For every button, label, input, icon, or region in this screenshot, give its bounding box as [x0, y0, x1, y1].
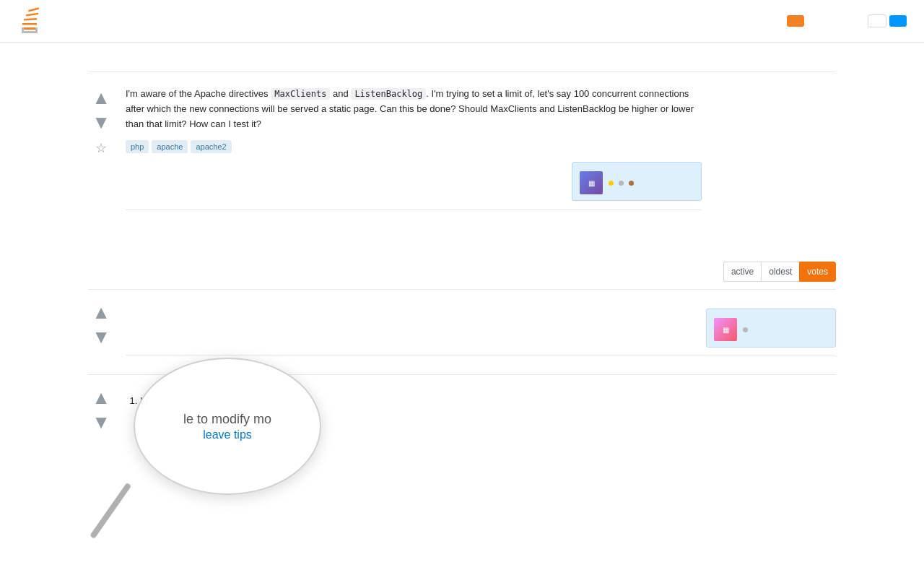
- code-maxclients: MaxClients: [271, 88, 330, 100]
- answer-1-comments: [126, 355, 836, 360]
- answer-1-avatar: ▦: [714, 318, 737, 341]
- nav-unanswered[interactable]: [868, 14, 886, 27]
- svg-rect-0: [22, 27, 38, 30]
- answer-2-body: In: [126, 387, 836, 433]
- stat-asked: [713, 87, 836, 98]
- answer-1-downvote[interactable]: ▼: [90, 326, 112, 348]
- comment-1: [126, 215, 702, 233]
- code-listenbacklog: ListenBacklog: [351, 88, 426, 100]
- question-sidebar: [713, 87, 836, 244]
- answer-1-footer: ▦: [126, 309, 836, 348]
- user-rep: [607, 178, 635, 187]
- answer-2-list: In: [140, 394, 836, 409]
- svg-rect-7: [26, 13, 38, 17]
- sort-active[interactable]: active: [723, 262, 761, 282]
- question-body-col: I'm aware of the Apache directives MaxCl…: [126, 87, 702, 244]
- answer-2-layout: ▲ ▼ In: [88, 387, 836, 433]
- answer-2-vote-col: ▲ ▼: [88, 387, 114, 433]
- gold-dot: [609, 181, 614, 186]
- nav-questions[interactable]: [787, 15, 804, 27]
- bookmark-button[interactable]: ☆: [95, 140, 107, 156]
- question-comments: [126, 210, 702, 244]
- answer-1-user-info: ▦: [714, 318, 828, 341]
- nav-badges[interactable]: [847, 15, 865, 27]
- answer-1-rep: [741, 325, 749, 334]
- answers-header: active oldest votes: [88, 262, 836, 290]
- user-info: ▦: [580, 171, 694, 194]
- question-user-card: ▦: [572, 162, 702, 201]
- nav-tags[interactable]: [807, 15, 824, 27]
- stat-viewed: [713, 102, 836, 113]
- svg-rect-5: [22, 23, 37, 25]
- answer-2-downvote[interactable]: ▼: [90, 411, 112, 433]
- svg-rect-4: [23, 31, 36, 33]
- sort-oldest[interactable]: oldest: [761, 262, 799, 282]
- answer-2-list-code: [148, 395, 155, 407]
- tag-php[interactable]: php: [126, 140, 149, 153]
- answer-1-body: ▦: [126, 301, 836, 360]
- tag-apache[interactable]: apache: [152, 140, 188, 153]
- answer-2-upvote[interactable]: ▲: [90, 387, 112, 408]
- logo-icon: [17, 7, 42, 35]
- nav-users[interactable]: [827, 15, 845, 27]
- answer-1: ▲ ▼: [88, 301, 836, 375]
- stat-active: [713, 117, 836, 128]
- bronze-dot: [629, 181, 634, 186]
- main-container: ▲ ▼ ☆ I'm aware of the Apache directives…: [65, 43, 859, 447]
- svg-rect-8: [28, 7, 39, 12]
- question-tags: php apache apache2: [126, 140, 702, 153]
- question-title: [88, 60, 836, 72]
- question-vote-col: ▲ ▼ ☆: [88, 87, 114, 244]
- answer-1-vote-col: ▲ ▼: [88, 301, 114, 360]
- question-body: I'm aware of the Apache directives MaxCl…: [126, 87, 702, 131]
- avatar: ▦: [580, 171, 603, 194]
- svg-rect-6: [24, 18, 37, 20]
- sort-tabs: active oldest votes: [723, 262, 836, 282]
- main-nav: [787, 14, 907, 27]
- tag-apache2[interactable]: apache2: [191, 140, 231, 153]
- question-area: ▲ ▼ ☆ I'm aware of the Apache directives…: [88, 87, 836, 244]
- silver-dot: [619, 181, 624, 186]
- logo[interactable]: [17, 7, 48, 35]
- nav-ask[interactable]: [889, 15, 907, 27]
- answer-1-user-card: ▦: [706, 309, 836, 348]
- downvote-button[interactable]: ▼: [90, 111, 112, 133]
- question-footer: ▦: [126, 162, 702, 201]
- answer-2: ▲ ▼ In: [88, 387, 836, 447]
- header: [0, 0, 924, 43]
- sort-votes[interactable]: votes: [799, 262, 836, 282]
- answer-1-upvote[interactable]: ▲: [90, 301, 112, 323]
- answer-1-layout: ▲ ▼: [88, 301, 836, 360]
- answer-2-list-item: In: [140, 395, 148, 406]
- upvote-button[interactable]: ▲: [90, 87, 112, 108]
